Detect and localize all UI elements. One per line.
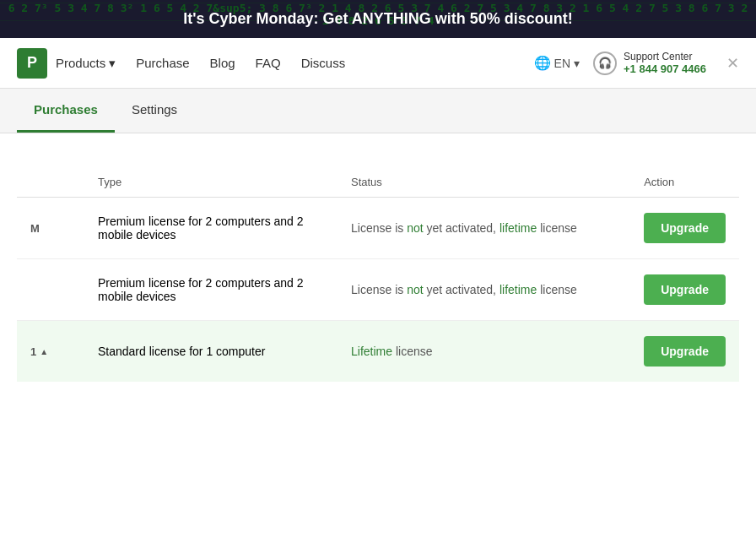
keyword-lifetime: lifetime xyxy=(500,221,537,235)
table-body: M Premium license for 2 computers and 2 … xyxy=(17,198,739,383)
col-header-status: Status xyxy=(338,167,630,198)
row-status-cell: License is not yet activated, lifetime l… xyxy=(338,198,630,259)
row-id: M xyxy=(30,222,40,235)
status-text: License is not yet activated, lifetime l… xyxy=(351,221,577,235)
support-phone: +1 844 907 4466 xyxy=(624,62,706,75)
row-expand: M xyxy=(30,222,71,235)
chevron-up-icon: ▲ xyxy=(40,347,48,356)
chevron-down-icon: ▾ xyxy=(574,57,580,70)
keyword-lifetime: lifetime xyxy=(500,283,537,296)
tab-purchases[interactable]: Purchases xyxy=(17,89,115,133)
nav-right: 🌐 EN ▾ 🎧 Support Center +1 844 907 4466 … xyxy=(534,51,739,75)
row-action-cell: Upgrade xyxy=(630,259,739,321)
globe-icon: 🌐 xyxy=(534,55,551,71)
nav-link-discuss[interactable]: Discuss xyxy=(301,56,346,70)
row-name-cell xyxy=(17,259,84,321)
nav-links: Products ▾ Purchase Blog FAQ Discuss xyxy=(56,56,534,71)
support-label: Support Center xyxy=(624,51,706,62)
row-status-cell: Lifetime license xyxy=(338,321,630,383)
status-text: Lifetime license xyxy=(351,345,433,358)
row-action-cell: Upgrade xyxy=(630,321,739,383)
banner-text: It's Cyber Monday: Get ANYTHING with 50%… xyxy=(183,10,573,27)
tabs-bar: Purchases Settings xyxy=(0,89,756,133)
nav-link-faq[interactable]: FAQ xyxy=(256,56,281,70)
status-text: License is not yet activated, lifetime l… xyxy=(351,283,577,296)
table-row: Premium license for 2 computers and 2 mo… xyxy=(17,259,739,321)
license-type-text: Standard license for 1 computer xyxy=(98,345,265,358)
row-name-cell: 1 ▲ xyxy=(17,321,84,383)
logo-letter: P xyxy=(27,54,37,72)
nav-link-faq-label: FAQ xyxy=(256,56,281,70)
tab-purchases-label: Purchases xyxy=(34,102,98,117)
row-type-cell: Premium license for 2 computers and 2 mo… xyxy=(84,198,338,259)
row-name-cell: M xyxy=(17,198,84,259)
nav-link-blog[interactable]: Blog xyxy=(210,56,235,70)
nav-link-discuss-label: Discuss xyxy=(301,56,346,70)
promo-banner: 6 2 7³ 5 3 4 7 8 3² 1 6 5 4 2 7&sup5; 3 … xyxy=(0,0,756,38)
nav-link-purchase-label: Purchase xyxy=(136,56,189,70)
chevron-down-icon: ▾ xyxy=(109,56,116,71)
col-header-type: Type xyxy=(84,167,338,198)
close-icon[interactable]: ✕ xyxy=(726,54,739,73)
tab-settings-label: Settings xyxy=(132,102,177,117)
upgrade-button[interactable]: Upgrade xyxy=(644,336,726,367)
col-header-action: Action xyxy=(630,167,739,198)
language-selector[interactable]: 🌐 EN ▾ xyxy=(534,55,580,71)
upgrade-button[interactable]: Upgrade xyxy=(644,274,726,305)
lang-label: EN xyxy=(554,57,570,70)
col-header-name xyxy=(17,167,84,198)
row-expand[interactable]: 1 ▲ xyxy=(30,345,71,358)
nav-logo[interactable]: P xyxy=(17,48,47,79)
keyword-lifetime: Lifetime xyxy=(351,345,392,358)
row-status-cell: License is not yet activated, lifetime l… xyxy=(338,259,630,321)
license-type-text: Premium license for 2 computers and 2 mo… xyxy=(98,276,304,303)
row-id: 1 xyxy=(30,345,36,358)
row-action-cell: Upgrade xyxy=(630,198,739,259)
upgrade-button[interactable]: Upgrade xyxy=(644,213,726,243)
nav-link-products[interactable]: Products ▾ xyxy=(56,56,116,71)
support-center: 🎧 Support Center +1 844 907 4466 xyxy=(593,51,706,75)
license-type-text: Premium license for 2 computers and 2 mo… xyxy=(98,214,304,242)
nav-link-purchase[interactable]: Purchase xyxy=(136,56,189,70)
headset-icon: 🎧 xyxy=(593,52,617,75)
table-header: Type Status Action xyxy=(17,167,739,198)
main-content: Type Status Action M Premium license for… xyxy=(0,133,756,399)
keyword-not: not xyxy=(407,221,423,235)
row-type-cell: Standard license for 1 computer xyxy=(84,321,338,383)
keyword-not: not xyxy=(407,283,423,296)
support-info: Support Center +1 844 907 4466 xyxy=(624,51,706,75)
nav-link-blog-label: Blog xyxy=(210,56,235,70)
purchases-table: Type Status Action M Premium license for… xyxy=(17,167,739,382)
table-row: 1 ▲ Standard license for 1 computer Life… xyxy=(17,321,739,383)
nav-link-products-label: Products xyxy=(56,56,105,70)
tab-settings[interactable]: Settings xyxy=(115,89,194,133)
nav-bar: P Products ▾ Purchase Blog FAQ Discuss 🌐… xyxy=(0,38,756,89)
row-type-cell: Premium license for 2 computers and 2 mo… xyxy=(84,259,338,321)
table-row: M Premium license for 2 computers and 2 … xyxy=(17,198,739,259)
